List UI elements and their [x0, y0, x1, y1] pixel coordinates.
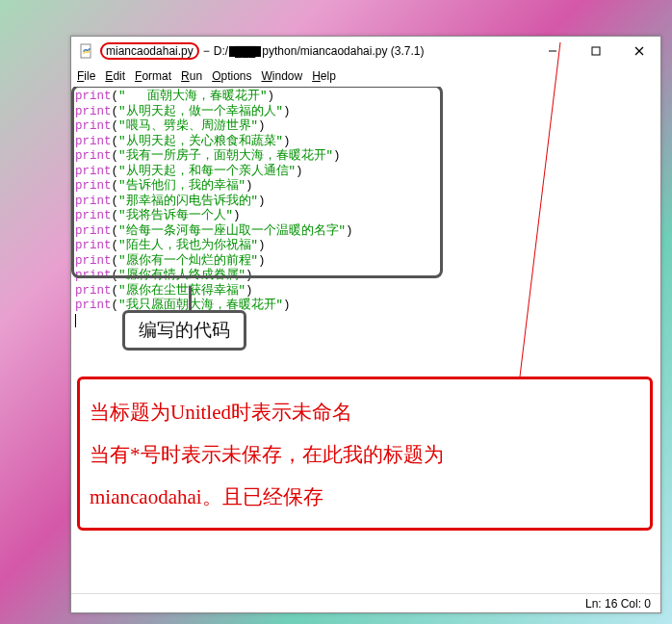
maximize-button[interactable] [574, 37, 617, 65]
code-line: print("从明天起，做一个幸福的人") [75, 105, 657, 120]
title-filename: miancaodahai.py [100, 42, 199, 60]
code-line: print("愿你有情人终成眷属") [75, 269, 657, 284]
code-label-annotation: 编写的代码 [122, 310, 246, 351]
code-line: print("从明天起，关心粮食和蔬菜") [75, 135, 657, 150]
menu-window[interactable]: Window [262, 69, 303, 83]
menu-run[interactable]: Run [181, 69, 202, 83]
window-controls [530, 37, 660, 65]
cursor-position: Ln: 16 Col: 0 [585, 597, 651, 611]
close-button[interactable] [617, 37, 660, 65]
text-caret [75, 314, 76, 327]
code-line: print("告诉他们，我的幸福") [75, 179, 657, 195]
titlebar: miancaodahai.py − D:/ ███ python/miancao… [71, 37, 660, 65]
menu-options[interactable]: Options [212, 69, 251, 83]
code-line: print("喂马、劈柴、周游世界") [75, 119, 657, 135]
python-file-icon [79, 43, 94, 59]
minimize-button[interactable] [530, 37, 574, 65]
title-separator: − [203, 44, 210, 58]
menu-help[interactable]: Help [312, 69, 336, 83]
code-line: print("愿你在尘世获得幸福") [75, 284, 657, 299]
code-line: print("给每一条河每一座山取一个温暖的名字") [75, 224, 657, 240]
note-line-1: 当标题为Unitled时表示未命名 [90, 391, 640, 433]
code-line: print(" 面朝大海，春暖花开") [75, 90, 657, 105]
code-line: print("我有一所房子，面朝大海，春暖花开") [75, 149, 657, 165]
note-line-2: 当有*号时表示未保存，在此我的标题为 [90, 433, 640, 476]
code-line: print("陌生人，我也为你祝福") [75, 239, 657, 254]
menubar: File Edit Format Run Options Window Help [71, 65, 660, 87]
statusbar: Ln: 16 Col: 0 [71, 593, 660, 612]
svg-rect-2 [592, 47, 600, 55]
note-line-3: miancaodahai。且已经保存 [90, 476, 640, 518]
menu-edit[interactable]: Edit [105, 69, 125, 83]
title-path-suffix: python/miancaodahai.py (3.7.1) [262, 44, 424, 58]
code-line: print("我将告诉每一个人") [75, 209, 657, 224]
explanation-note: 当标题为Unitled时表示未命名 当有*号时表示未保存，在此我的标题为 mia… [77, 377, 653, 531]
annotation-connector-line [189, 286, 192, 311]
title-redacted: ███ [229, 46, 261, 57]
code-line: print("那幸福的闪电告诉我的") [75, 195, 657, 210]
code-line: print("愿你有一个灿烂的前程") [75, 254, 657, 270]
code-line: print("从明天起，和每一个亲人通信") [75, 165, 657, 180]
menu-format[interactable]: Format [135, 69, 171, 83]
menu-file[interactable]: File [77, 69, 95, 83]
title-path-prefix: D:/ [214, 44, 228, 58]
